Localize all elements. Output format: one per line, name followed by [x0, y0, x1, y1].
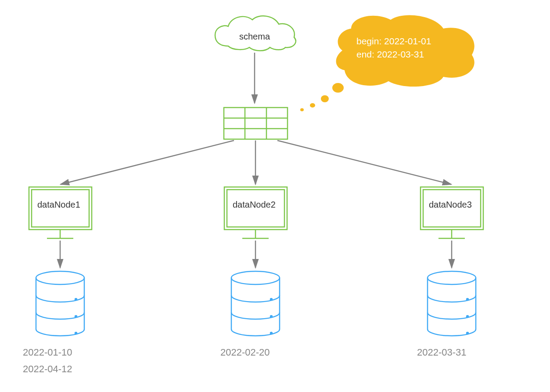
node3-date1: 2022-03-31 [417, 347, 467, 358]
node2-label: dataNode2 [233, 200, 276, 210]
node2-date1: 2022-02-20 [220, 347, 270, 358]
svg-point-26 [231, 271, 280, 284]
svg-point-27 [270, 298, 272, 300]
svg-point-24 [75, 316, 77, 317]
svg-point-30 [428, 271, 476, 284]
callout-line1: begin: 2022-01-01 [356, 34, 431, 48]
callout-bubble [300, 15, 475, 111]
table-icon [224, 108, 288, 139]
database-icon-3 [428, 271, 476, 336]
node3-label: dataNode3 [429, 200, 472, 210]
svg-point-8 [310, 103, 315, 108]
schema-label: schema [239, 32, 270, 42]
node1-date2: 2022-04-12 [23, 363, 72, 375]
node1-date1: 2022-01-10 [23, 347, 72, 358]
callout-line2: end: 2022-03-31 [356, 47, 424, 61]
diagram-canvas [0, 0, 550, 392]
monitor-icon-1 [29, 187, 92, 238]
svg-point-23 [75, 298, 77, 300]
svg-point-25 [75, 332, 77, 334]
database-icon-1 [36, 271, 84, 336]
svg-rect-1 [224, 108, 288, 139]
svg-point-31 [467, 298, 468, 300]
svg-point-6 [332, 83, 344, 93]
monitor-icon-2 [224, 187, 287, 238]
monitor-icon-3 [421, 187, 483, 238]
svg-point-28 [270, 316, 272, 317]
svg-point-29 [270, 332, 272, 334]
svg-point-33 [467, 332, 468, 334]
node1-label: dataNode1 [37, 200, 80, 210]
arrow-table-to-node1 [61, 140, 234, 184]
svg-point-22 [36, 271, 84, 284]
arrow-table-to-node3 [277, 140, 451, 184]
svg-point-7 [321, 95, 329, 102]
svg-point-32 [467, 316, 468, 317]
database-icon-2 [231, 271, 280, 336]
svg-point-9 [300, 108, 304, 111]
